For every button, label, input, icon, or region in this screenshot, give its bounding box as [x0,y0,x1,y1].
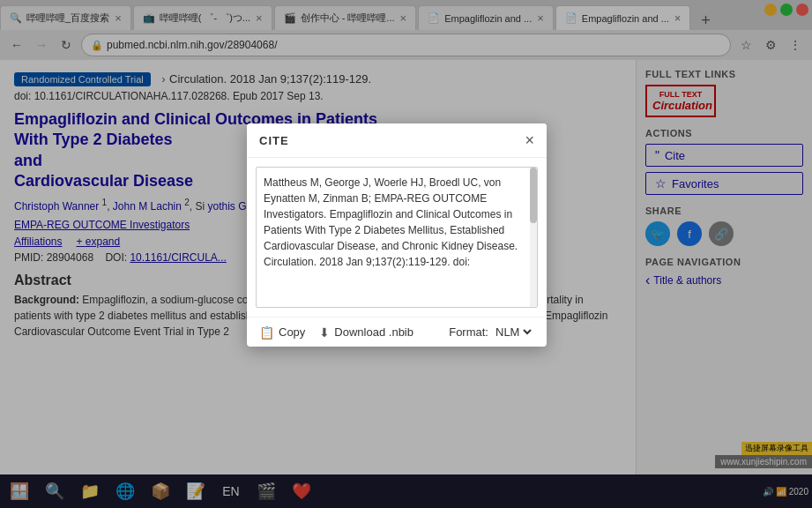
citation-text: Mattheus M, George J, Woerle HJ, Broedl … [264,176,518,268]
download-button[interactable]: ⬇ Download .nbib [319,325,413,340]
copy-icon: 📋 [259,325,274,340]
modal-footer: 📋 Copy ⬇ Download .nbib Format: NLM APA … [247,317,547,347]
scrollbar-thumb[interactable] [530,168,537,223]
copy-label: Copy [279,325,305,339]
format-select[interactable]: NLM APA MLA [492,325,534,340]
modal-header: CITE × [247,123,547,158]
modal-body: Mattheus M, George J, Woerle HJ, Broedl … [247,167,547,347]
cite-modal: CITE × Mattheus M, George J, Woerle HJ, … [247,123,547,347]
scrollbar-track [530,168,537,307]
download-icon: ⬇ [319,325,330,340]
modal-overlay: CITE × Mattheus M, George J, Woerle HJ, … [0,0,812,508]
modal-close-button[interactable]: × [525,132,534,148]
download-label: Download .nbib [334,325,413,339]
format-label: Format: [449,325,488,339]
citation-text-area[interactable]: Mattheus M, George J, Woerle HJ, Broedl … [256,167,538,308]
modal-title: CITE [259,134,289,147]
copy-button[interactable]: 📋 Copy [259,325,305,340]
format-selector: Format: NLM APA MLA [449,325,534,340]
